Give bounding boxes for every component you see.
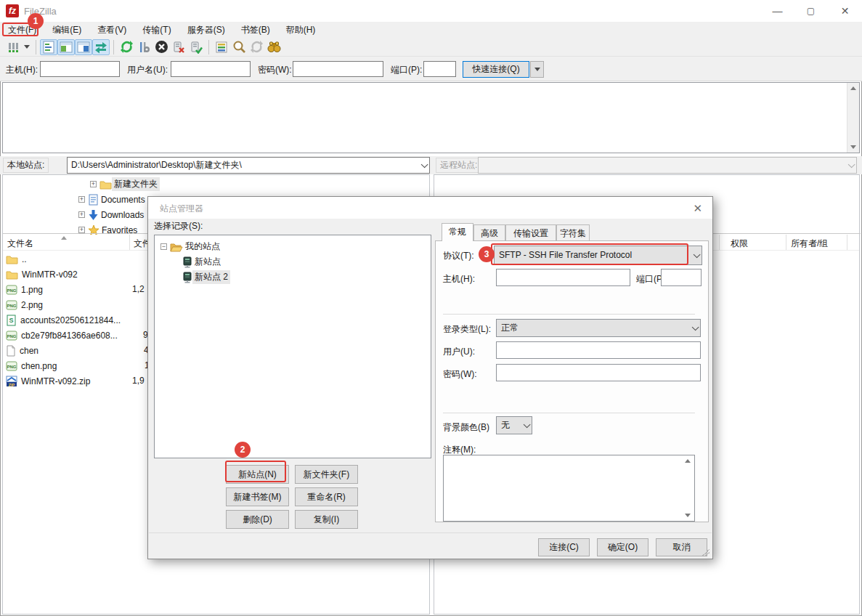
menu-bar: 文件(F) 编辑(E) 查看(V) 传输(T) 服务器(S) 书签(B) 帮助(… xyxy=(0,22,862,38)
chevron-down-icon xyxy=(848,161,855,168)
file-row[interactable]: PNG chen.png xyxy=(6,358,57,373)
column-divider[interactable] xyxy=(847,235,847,250)
tab-transfer-settings[interactable]: 传输设置 xyxy=(505,224,556,241)
filezilla-logo-icon: fz xyxy=(6,4,19,17)
tree-item-new-site-2[interactable]: 新站点 2 xyxy=(182,270,230,285)
menu-view[interactable]: 查看(V) xyxy=(89,22,134,38)
username-input[interactable] xyxy=(171,61,251,77)
comments-textarea[interactable] xyxy=(443,455,695,522)
toggle-local-tree-button[interactable] xyxy=(57,39,75,55)
connect-button[interactable]: 连接(C) xyxy=(538,538,590,556)
quickconnect-dropdown-button[interactable] xyxy=(530,61,544,78)
process-queue-button[interactable] xyxy=(135,39,153,55)
maximize-button[interactable]: ▢ xyxy=(794,0,827,22)
column-divider[interactable] xyxy=(719,235,720,250)
file-row[interactable]: chen xyxy=(6,343,38,358)
reconnect-button[interactable] xyxy=(187,39,205,55)
cancel-button[interactable] xyxy=(153,39,170,55)
tree-item-downloads[interactable]: + Downloads xyxy=(78,207,146,222)
minimize-button[interactable]: — xyxy=(761,0,794,22)
png-file-icon: PNG xyxy=(6,360,17,372)
owner-group-column-header[interactable]: 所有者/组 xyxy=(791,236,828,251)
ok-button[interactable]: 确定(O) xyxy=(597,538,648,556)
svg-text:ZIP: ZIP xyxy=(9,382,15,386)
scroll-up-icon[interactable] xyxy=(850,86,856,90)
resize-grip-icon[interactable] xyxy=(702,548,709,556)
quickconnect-bar: 主机(H): 用户名(U): 密码(W): 端口(P): 快速连接(Q) xyxy=(0,57,862,81)
expand-icon[interactable]: + xyxy=(78,196,85,203)
menu-bookmarks[interactable]: 书签(B) xyxy=(233,22,278,38)
svg-text:S: S xyxy=(9,317,13,324)
toggle-log-view-button[interactable] xyxy=(40,39,57,55)
quickconnect-button[interactable]: 快速连接(Q) xyxy=(463,61,529,78)
menu-server[interactable]: 服务器(S) xyxy=(179,22,233,38)
host-input[interactable] xyxy=(496,269,630,286)
tree-item-new-site-1[interactable]: 新站点 xyxy=(182,254,223,270)
permissions-column-header[interactable]: 权限 xyxy=(731,236,748,251)
expand-icon[interactable]: + xyxy=(78,211,85,218)
site-manager-dropdown-button[interactable] xyxy=(22,39,32,55)
file-row[interactable]: S accounts202506121844... xyxy=(6,312,121,328)
column-divider[interactable] xyxy=(786,235,786,250)
cancel-button[interactable]: 取消 xyxy=(656,538,707,556)
user-input[interactable] xyxy=(496,341,701,359)
cancel-icon xyxy=(155,40,168,54)
scroll-up-icon[interactable] xyxy=(685,459,691,463)
host-input[interactable] xyxy=(40,61,120,77)
port-input[interactable] xyxy=(661,269,702,286)
file-name: 2.png xyxy=(21,300,43,310)
refresh-button[interactable] xyxy=(118,39,135,55)
menu-transfer[interactable]: 传输(T) xyxy=(134,22,179,38)
scroll-down-icon[interactable] xyxy=(850,145,856,149)
expand-icon[interactable]: + xyxy=(90,181,97,187)
new-folder-button[interactable]: 新文件夹(F) xyxy=(295,465,358,484)
file-row[interactable]: PNG 1.png xyxy=(6,282,43,297)
local-site-combobox[interactable]: D:\Users\Administrator\Desktop\新建文件夹\ xyxy=(67,157,430,174)
new-bookmark-button[interactable]: 新建书签(M) xyxy=(226,487,289,506)
collapse-icon[interactable]: − xyxy=(160,243,167,250)
log-scrollbar[interactable] xyxy=(847,83,859,153)
tab-general[interactable]: 常规 xyxy=(442,223,473,241)
filter-button[interactable] xyxy=(213,39,230,55)
synchronized-browsing-button[interactable] xyxy=(248,39,265,55)
port-input[interactable] xyxy=(423,61,456,77)
file-row[interactable]: PNG cb2e79fb841366ae608... xyxy=(6,328,118,343)
spreadsheet-file-icon: S xyxy=(6,315,17,326)
tree-item-documents[interactable]: + Documents xyxy=(78,192,147,207)
filter-icon xyxy=(215,41,228,54)
tree-item-new-folder[interactable]: + 新建文件夹 xyxy=(90,177,160,192)
tab-charset[interactable]: 字符集 xyxy=(556,224,590,241)
password-input[interactable] xyxy=(293,61,383,77)
expand-icon[interactable]: + xyxy=(78,227,85,233)
toggle-remote-tree-button[interactable] xyxy=(75,39,92,55)
background-color-combobox[interactable]: 无 xyxy=(496,416,532,434)
png-file-icon: PNG xyxy=(6,330,17,341)
toggle-transfer-queue-button[interactable] xyxy=(92,39,110,55)
logon-type-combobox[interactable]: 正常 xyxy=(496,319,701,337)
directory-comparison-button[interactable] xyxy=(265,39,282,55)
file-name: chen xyxy=(20,346,38,356)
tree-item-my-sites[interactable]: − 我的站点 xyxy=(160,239,222,254)
duplicate-button[interactable]: 复制(I) xyxy=(295,510,358,529)
file-row[interactable]: ZIP WinMTR-v092.zip xyxy=(6,373,90,389)
file-name: accounts202506121844... xyxy=(20,315,121,325)
scroll-down-icon[interactable] xyxy=(685,514,691,517)
tab-advanced[interactable]: 高级 xyxy=(473,224,505,241)
file-row[interactable]: PNG 2.png xyxy=(6,297,43,312)
disconnect-button[interactable] xyxy=(170,39,187,55)
step-2-badge: 2 xyxy=(235,442,251,458)
column-divider[interactable] xyxy=(129,235,130,250)
menu-help[interactable]: 帮助(H) xyxy=(278,22,324,38)
file-row[interactable]: WinMTR-v092 xyxy=(6,267,78,282)
file-row[interactable]: .. xyxy=(6,251,27,267)
site-manager-button[interactable] xyxy=(4,39,22,55)
password-input[interactable] xyxy=(496,364,701,381)
close-button[interactable]: ✕ xyxy=(829,0,861,22)
comments-scrollbar[interactable] xyxy=(683,455,694,521)
dialog-close-icon[interactable]: ✕ xyxy=(693,202,702,215)
rename-button[interactable]: 重命名(R) xyxy=(295,487,358,506)
search-button[interactable] xyxy=(230,39,248,55)
filename-column-header[interactable]: 文件名 xyxy=(7,236,33,251)
delete-button[interactable]: 删除(D) xyxy=(226,510,289,529)
menu-edit[interactable]: 编辑(E) xyxy=(44,22,89,38)
